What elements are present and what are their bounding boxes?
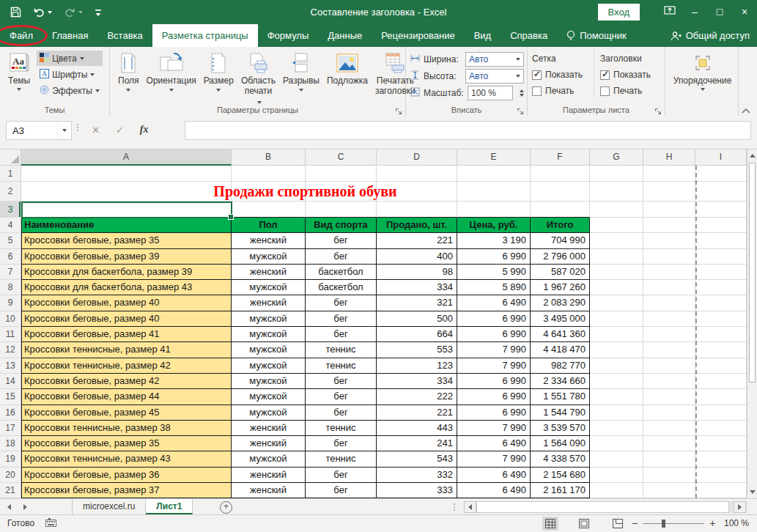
cell-D2[interactable] (377, 182, 457, 202)
undo-icon[interactable] (33, 7, 52, 18)
cell-I13[interactable] (695, 358, 747, 374)
row-header-6[interactable]: 6 (0, 249, 21, 265)
cell-H9[interactable] (643, 295, 695, 311)
cell-F5[interactable]: 704 990 (531, 233, 590, 248)
vertical-scroll-thumb[interactable] (749, 163, 756, 383)
cell-F12[interactable]: 4 418 470 (531, 342, 590, 358)
effects-button[interactable]: Эффекты (37, 83, 103, 98)
cell-D4[interactable]: Продано, шт. (377, 218, 457, 233)
row-header-3[interactable]: 3 (0, 202, 21, 218)
cell-C19[interactable]: теннис (306, 451, 377, 467)
cell-A11[interactable]: Кроссовки беговые, размер 41 (21, 327, 232, 342)
sheet-tab-лист1[interactable]: Лист1 (146, 499, 193, 514)
background-button[interactable]: Подложка (323, 51, 372, 87)
maximize-button[interactable]: □ (707, 0, 732, 24)
cell-F11[interactable]: 4 641 360 (531, 327, 590, 342)
cell-B16[interactable]: мужской (232, 405, 306, 421)
cell-G19[interactable] (590, 451, 643, 467)
cell-E19[interactable]: 7 990 (457, 451, 531, 467)
cell-D5[interactable]: 221 (377, 233, 457, 248)
enter-icon[interactable]: ✓ (116, 125, 124, 136)
row-header-10[interactable]: 10 (0, 311, 21, 327)
cell-F15[interactable]: 1 551 780 (531, 389, 590, 404)
cell-H13[interactable] (643, 358, 695, 374)
cell-G10[interactable] (590, 311, 643, 327)
new-sheet-button[interactable]: + (220, 501, 232, 514)
cell-A13[interactable]: Кроссовки теннисные, размер 42 (21, 358, 232, 374)
fonts-button[interactable]: A Шрифты (37, 67, 103, 82)
cell-I12[interactable] (695, 342, 747, 358)
size-button[interactable]: Размер (200, 51, 237, 93)
row-header-19[interactable]: 19 (0, 451, 21, 467)
orientation-button[interactable]: Ориентация (143, 51, 200, 93)
cell-A6[interactable]: Кроссовки беговые, размер 39 (21, 249, 232, 265)
cell-F13[interactable]: 982 770 (531, 358, 590, 374)
cell-I19[interactable] (695, 451, 747, 467)
column-header-e[interactable]: E (457, 149, 531, 166)
cell-D18[interactable]: 241 (377, 436, 457, 451)
cell-B17[interactable]: женский (232, 421, 306, 436)
column-header-d[interactable]: D (377, 149, 457, 166)
tab-view[interactable]: Вид (465, 24, 501, 47)
name-box-dropdown-icon[interactable] (57, 122, 71, 139)
cell-D20[interactable]: 332 (377, 468, 457, 483)
cell-E1[interactable] (457, 166, 531, 182)
cell-D15[interactable]: 222 (377, 389, 457, 404)
cell-C1[interactable] (306, 166, 377, 182)
cell-G9[interactable] (590, 295, 643, 311)
row-header-2[interactable]: 2 (0, 182, 21, 202)
cell-G18[interactable] (590, 436, 643, 451)
cell-F10[interactable]: 3 495 000 (531, 311, 590, 327)
cell-H6[interactable] (643, 249, 695, 265)
sheet-grid[interactable]: ABCDEFGHI1234НаименованиеПолВид спортаПр… (0, 149, 757, 498)
cell-E7[interactable]: 5 990 (457, 265, 531, 280)
cell-H20[interactable] (643, 468, 695, 483)
cell-F1[interactable] (531, 166, 590, 182)
print-area-button[interactable]: Областьпечати (237, 51, 279, 108)
cell-B7[interactable]: женский (232, 265, 306, 280)
cell-F16[interactable]: 1 544 790 (531, 405, 590, 421)
name-box[interactable]: A3 (6, 121, 72, 140)
cancel-icon[interactable]: ✕ (92, 125, 100, 136)
cell-I7[interactable] (695, 265, 747, 280)
sheet-tab-microexcel-ru[interactable]: microexcel.ru (72, 499, 146, 514)
row-header-5[interactable]: 5 (0, 233, 21, 248)
cell-F3[interactable] (531, 202, 590, 218)
cell-B10[interactable]: мужской (232, 311, 306, 327)
zoom-slider-thumb[interactable] (662, 520, 665, 528)
cell-I11[interactable] (695, 327, 747, 342)
fit-dialog-launcher-icon[interactable] (517, 106, 525, 114)
cell-H2[interactable] (643, 182, 695, 202)
row-header-20[interactable]: 20 (0, 468, 21, 483)
cell-D10[interactable]: 500 (377, 311, 457, 327)
cell-B15[interactable]: мужской (232, 389, 306, 404)
cell-F9[interactable]: 2 083 290 (531, 295, 590, 311)
cell-B20[interactable]: женский (232, 468, 306, 483)
cell-H11[interactable] (643, 327, 695, 342)
row-header-13[interactable]: 13 (0, 358, 21, 374)
cell-B11[interactable]: мужской (232, 327, 306, 342)
zoom-out-icon[interactable]: − (632, 517, 638, 531)
cell-G1[interactable] (590, 166, 643, 182)
cell-F14[interactable]: 2 334 660 (531, 374, 590, 389)
row-header-12[interactable]: 12 (0, 342, 21, 358)
cell-C12[interactable]: теннис (306, 342, 377, 358)
cell-H19[interactable] (643, 451, 695, 467)
tab-split-grip[interactable] (454, 503, 455, 511)
cell-C15[interactable]: бег (306, 389, 377, 404)
cell-H8[interactable] (643, 280, 695, 295)
cell-H3[interactable] (643, 202, 695, 218)
cell-E10[interactable]: 6 990 (457, 311, 531, 327)
tab-file[interactable]: Файл (0, 24, 43, 47)
cell-H18[interactable] (643, 436, 695, 451)
cell-H10[interactable] (643, 311, 695, 327)
cell-E2[interactable] (457, 182, 531, 202)
page-setup-dialog-launcher-icon[interactable] (395, 106, 403, 114)
cell-G12[interactable] (590, 342, 643, 358)
save-icon[interactable] (10, 7, 21, 18)
horizontal-scroll-thumb[interactable] (476, 501, 729, 513)
cell-B14[interactable]: мужской (232, 374, 306, 389)
tab-help[interactable]: Справка (501, 24, 557, 47)
cell-C10[interactable]: бег (306, 311, 377, 327)
cell-A10[interactable]: Кроссовки беговые, размер 40 (21, 311, 232, 327)
